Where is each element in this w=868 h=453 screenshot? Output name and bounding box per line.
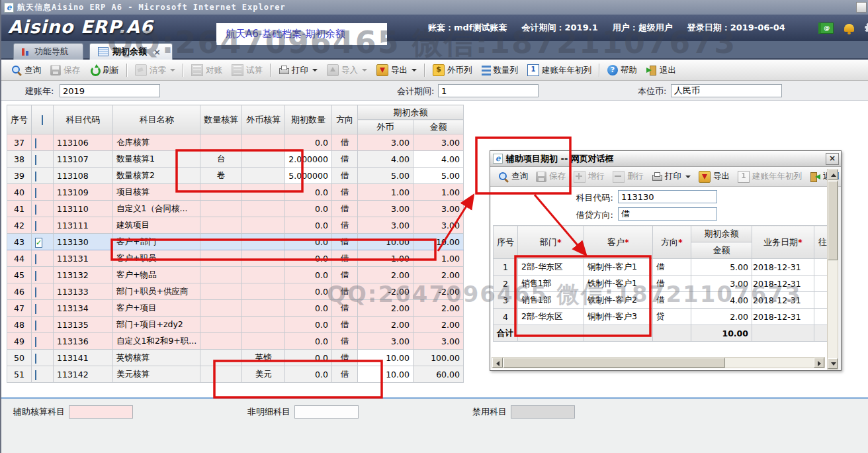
cell-dir[interactable]: 借 bbox=[653, 292, 691, 309]
year-begin-column-button[interactable]: 1建账年年初列 bbox=[523, 62, 596, 78]
trial-balance-button[interactable]: 试算 bbox=[227, 62, 267, 78]
table-row[interactable]: 40113109项目核算0.0借1.001.00 bbox=[7, 184, 464, 201]
table-row[interactable]: 47113134客户+项目0.0借2.002.00 bbox=[7, 300, 464, 317]
cell-qty[interactable]: 2.000000 bbox=[285, 151, 332, 168]
row-checkbox-checked[interactable]: ✓ bbox=[35, 238, 42, 248]
cell-date[interactable]: 2018-12-31 bbox=[752, 292, 814, 309]
row-checkbox[interactable] bbox=[35, 304, 36, 314]
dialog-close-button[interactable]: × bbox=[826, 153, 839, 165]
export-button[interactable]: 导出 bbox=[695, 169, 734, 185]
row-checkbox[interactable] bbox=[35, 205, 36, 215]
print-button[interactable]: 打印 bbox=[648, 169, 695, 185]
cell-customer[interactable]: 铜制件-客户1 bbox=[584, 259, 653, 276]
table-row[interactable]: 3销售1部铁制件-客户2借4.002018-12-31 bbox=[494, 292, 829, 309]
clear-button[interactable]: 清零 bbox=[130, 62, 180, 78]
cell-fc[interactable]: 10.00 bbox=[357, 366, 413, 383]
row-checkbox[interactable] bbox=[35, 337, 36, 347]
table-row[interactable]: 51113142美元核算美元0.0借10.0060.00 bbox=[7, 366, 464, 383]
address-book-icon[interactable]: @ bbox=[818, 23, 834, 34]
period-input[interactable] bbox=[438, 84, 539, 97]
scroll-thumb[interactable] bbox=[503, 358, 725, 368]
table-row[interactable]: 43✓113130客户+部门0.0借10.0010.00 bbox=[7, 234, 464, 250]
save-button[interactable]: 保存 bbox=[532, 169, 570, 185]
table-row[interactable]: 45113132客户+物品0.0借2.002.00 bbox=[7, 267, 464, 283]
scroll-up-button[interactable] bbox=[828, 170, 838, 180]
table-row[interactable]: 2销售1部铁制件-客户1借3.002018-12-31 bbox=[494, 276, 829, 292]
table-row[interactable]: 44113131客户+职员0.0借1.001.00 bbox=[7, 250, 464, 267]
table-row[interactable]: 48113135部门+项目+zdy20.0借2.002.00 bbox=[7, 317, 464, 333]
subject-code-input[interactable] bbox=[618, 190, 717, 203]
delete-row-button[interactable]: 删行 bbox=[609, 169, 648, 185]
cell-date[interactable]: 2018-12-31 bbox=[752, 309, 814, 325]
table-row[interactable]: 39113108数量核算2卷5.000000借5.005.00 bbox=[7, 168, 464, 184]
cell-dept[interactable]: 2部-华东区 bbox=[518, 259, 584, 276]
reconcile-button[interactable]: 对账 bbox=[187, 62, 227, 78]
dialog-vertical-scrollbar[interactable] bbox=[827, 169, 838, 370]
scroll-right-button[interactable] bbox=[814, 358, 824, 368]
row-checkbox[interactable] bbox=[35, 188, 36, 198]
row-checkbox[interactable] bbox=[35, 221, 36, 231]
cell-qty[interactable]: 5.000000 bbox=[285, 168, 332, 184]
dialog-horizontal-scrollbar[interactable] bbox=[492, 357, 825, 368]
window-minimize-button[interactable] bbox=[856, 2, 867, 13]
cell-amount[interactable]: 5.00 bbox=[413, 168, 463, 184]
year-begin-column-button[interactable]: 1建账年年初列 bbox=[734, 169, 806, 185]
refresh-button[interactable]: 刷新 bbox=[85, 62, 124, 78]
export-button[interactable]: 导出 bbox=[372, 62, 421, 78]
scroll-down-button[interactable] bbox=[828, 358, 838, 369]
cell-dir[interactable]: 借 bbox=[653, 259, 691, 276]
exit-button[interactable]: 退出 bbox=[642, 62, 681, 78]
scroll-left-button[interactable] bbox=[492, 358, 503, 368]
foreign-currency-column-button[interactable]: $外币列 bbox=[428, 62, 477, 78]
cell-fc[interactable]: 10.00 bbox=[357, 350, 413, 366]
cell-amount[interactable]: 2.00 bbox=[691, 309, 752, 325]
cell-dept[interactable]: 销售1部 bbox=[518, 292, 584, 309]
row-checkbox[interactable] bbox=[35, 138, 36, 148]
import-button[interactable]: 导入 bbox=[322, 62, 372, 78]
cell-dept[interactable]: 销售1部 bbox=[518, 276, 584, 292]
tab-opening-balance[interactable]: 期初余额 × bbox=[89, 43, 173, 60]
cell-amount[interactable]: 5.00 bbox=[691, 259, 752, 276]
cell-date[interactable]: 2018-12-31 bbox=[752, 259, 814, 276]
bell-icon[interactable] bbox=[844, 24, 854, 32]
fiscal-year-input[interactable] bbox=[60, 84, 160, 97]
cell-amount[interactable]: 4.00 bbox=[413, 151, 463, 168]
save-button[interactable]: 保存 bbox=[46, 62, 85, 78]
scroll-thumb[interactable] bbox=[828, 181, 838, 260]
table-row[interactable]: 41113110自定义1（合同核...0.0借3.003.00 bbox=[7, 201, 464, 217]
debit-credit-dir-input[interactable] bbox=[618, 207, 717, 221]
row-checkbox[interactable] bbox=[35, 172, 36, 181]
row-checkbox[interactable] bbox=[35, 271, 36, 281]
table-row[interactable]: 50113141英镑核算英镑0.0借10.00100.00 bbox=[7, 350, 464, 366]
row-checkbox[interactable] bbox=[35, 155, 36, 165]
print-button[interactable]: 打印 bbox=[274, 62, 322, 78]
gear-icon[interactable] bbox=[865, 23, 868, 34]
tab-close-icon[interactable]: × bbox=[153, 47, 161, 57]
table-row[interactable]: 46113133部门+职员+供应商0.0借-2.00-2.00 bbox=[7, 283, 464, 300]
row-checkbox[interactable] bbox=[35, 370, 36, 380]
table-row[interactable]: 37113106仓库核算0.0借3.003.00 bbox=[7, 134, 464, 151]
quantity-column-button[interactable]: 数量列 bbox=[477, 62, 523, 78]
tab-function-nav[interactable]: 功能导航 bbox=[13, 43, 83, 60]
row-checkbox[interactable] bbox=[35, 254, 36, 264]
cell-amount[interactable]: 3.00 bbox=[691, 276, 752, 292]
table-row[interactable]: 12部-华东区铜制件-客户1借5.002018-12-31 bbox=[494, 259, 829, 276]
cell-customer[interactable]: 铁制件-客户2 bbox=[584, 292, 653, 309]
help-button[interactable]: ?帮助 bbox=[603, 62, 642, 78]
cell-customer[interactable]: 铜制件-客户3 bbox=[584, 309, 653, 325]
row-checkbox[interactable] bbox=[35, 354, 36, 364]
select-all-checkbox[interactable] bbox=[42, 115, 43, 125]
table-row[interactable]: 38113107数量核算1台2.000000借4.004.00 bbox=[7, 151, 464, 168]
cell-customer[interactable]: 铁制件-客户1 bbox=[584, 276, 653, 292]
search-button[interactable]: 查询 bbox=[494, 169, 532, 185]
row-checkbox[interactable] bbox=[35, 321, 36, 330]
table-row[interactable]: 42113111建筑项目0.0借3.003.00 bbox=[7, 217, 464, 234]
table-row[interactable]: 49113136自定义1和2和9+职...0.0借3.003.00 bbox=[7, 333, 464, 350]
cell-date[interactable]: 2018-12-31 bbox=[752, 276, 814, 292]
row-checkbox[interactable] bbox=[35, 287, 36, 297]
base-currency-input[interactable] bbox=[671, 84, 782, 97]
cell-dept[interactable]: 2部-华东区 bbox=[518, 309, 584, 325]
search-button[interactable]: 查询 bbox=[7, 62, 46, 78]
table-row[interactable]: 42部-华东区铜制件-客户3贷2.002018-12-31 bbox=[494, 309, 829, 325]
cell-dir[interactable]: 贷 bbox=[653, 309, 691, 325]
